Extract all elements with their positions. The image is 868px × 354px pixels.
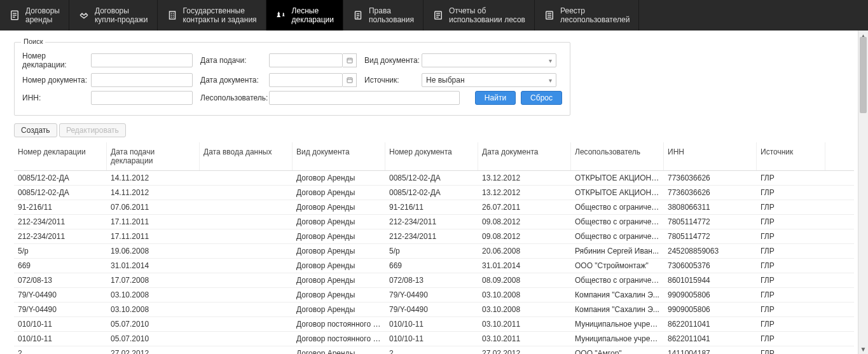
- cell: [200, 215, 293, 229]
- cell: 91-216/11: [14, 200, 107, 214]
- table-row[interactable]: 212-234/201117.11.2011Договор Аренды212-…: [14, 215, 854, 229]
- table-row[interactable]: 010/10-1105.07.2010Договор постоянного (…: [14, 317, 854, 332]
- cell: 8622011041: [664, 332, 757, 346]
- cell: 03.10.2008: [478, 303, 571, 317]
- cell: Договор Аренды: [293, 303, 385, 317]
- cell: Рябинин Сергей Иван...: [571, 244, 664, 258]
- cell: 03.10.2008: [478, 288, 571, 302]
- vertical-scrollbar[interactable]: ▲ ▼: [858, 31, 868, 354]
- forest-user-input[interactable]: [269, 91, 460, 105]
- nav-usage-reports[interactable]: Отчеты об использовании лесов: [424, 0, 535, 31]
- cell: 26.07.2011: [478, 200, 571, 214]
- cell: 05.07.2010: [107, 332, 200, 346]
- cell: Общество с ограничен...: [571, 273, 664, 287]
- scroll-thumb[interactable]: [860, 37, 867, 113]
- col-doc-type[interactable]: Вид документа: [293, 142, 385, 170]
- cell: Общество с ограничен...: [571, 215, 664, 229]
- col-inn[interactable]: ИНН: [664, 142, 757, 170]
- doc-date-input[interactable]: [269, 73, 343, 87]
- cell: ОТКРЫТОЕ АКЦИОНЕ...: [571, 171, 664, 185]
- grid-body: 0085/12-02-ДА14.11.2012Договор Аренды008…: [14, 171, 854, 354]
- table-row[interactable]: 227.02.2012Договор Аренды227.02.2012ООО …: [14, 346, 854, 354]
- cell: 17.07.2008: [107, 273, 200, 287]
- cell: 5/р: [14, 244, 107, 258]
- col-forest-user[interactable]: Лесопользователь: [571, 142, 664, 170]
- cell: Договор Аренды: [293, 346, 385, 354]
- col-submit-date[interactable]: Дата подачи декларации: [107, 142, 200, 170]
- doc-type-select[interactable]: ▾: [422, 53, 556, 67]
- col-entry-date[interactable]: Дата ввода данных: [200, 142, 293, 170]
- cell: [200, 346, 293, 354]
- cell: ГЛР: [757, 346, 825, 354]
- table-row[interactable]: 66931.01.2014Договор Аренды66931.01.2014…: [14, 259, 854, 273]
- col-decl-num[interactable]: Номер декларации: [14, 142, 107, 170]
- cell: ГЛР: [757, 215, 825, 229]
- cell: ГЛР: [757, 259, 825, 273]
- table-row[interactable]: 79/Y-0449003.10.2008Договор Аренды79/Y-0…: [14, 288, 854, 303]
- scroll-down-arrow[interactable]: ▼: [858, 344, 868, 354]
- cell: 669: [14, 259, 107, 273]
- table-row[interactable]: 0085/12-02-ДА14.11.2012Договор Аренды008…: [14, 171, 854, 186]
- col-doc-date[interactable]: Дата документа: [478, 142, 571, 170]
- table-row[interactable]: 91-216/1107.06.2011Договор Аренды91-216/…: [14, 200, 854, 215]
- find-button[interactable]: Найти: [475, 91, 516, 105]
- table-row[interactable]: 79/Y-0449003.10.2008Договор Аренды79/Y-0…: [14, 303, 854, 317]
- cell: 03.10.2008: [107, 303, 200, 317]
- cell: 212-234/2011: [14, 215, 107, 229]
- nav-usage-rights[interactable]: Права пользования: [343, 0, 424, 31]
- cell: 7736036626: [664, 186, 757, 200]
- table-row[interactable]: 072/08-1317.07.2008Договор Аренды072/08-…: [14, 273, 854, 288]
- cell: 212-234/2011: [14, 229, 107, 243]
- doc-num-input[interactable]: [91, 73, 193, 87]
- cell: 010/10-11: [385, 317, 478, 331]
- cell: 1411004187: [664, 346, 757, 354]
- cell: 010/10-11: [14, 317, 107, 331]
- nav-sale-contracts[interactable]: Договоры купли-продажи: [69, 0, 158, 31]
- cell: 072/08-13: [14, 273, 107, 287]
- nav-users-registry[interactable]: Реестр лесопользователей: [535, 0, 639, 31]
- document-icon: [9, 10, 20, 21]
- cell: [200, 273, 293, 287]
- calendar-icon: [346, 57, 354, 64]
- cell: 91-216/11: [385, 200, 478, 214]
- cell: 7736036626: [664, 171, 757, 185]
- cell: Договор Аренды: [293, 288, 385, 302]
- nav-gov-contracts[interactable]: Государственные контракты и задания: [158, 0, 266, 31]
- cell: 212-234/2011: [385, 229, 478, 243]
- nav-lease-contracts[interactable]: Договоры аренды: [0, 0, 69, 31]
- grid-header: Номер декларации Дата подачи декларации …: [14, 142, 854, 171]
- cell: [200, 259, 293, 273]
- source-select[interactable]: Не выбран ▾: [422, 73, 556, 87]
- cell: 245208859063: [664, 244, 757, 258]
- nav-forest-declarations[interactable]: Лесные декларации: [266, 0, 343, 31]
- inn-input[interactable]: [91, 91, 193, 105]
- report-icon: [432, 10, 444, 21]
- table-row[interactable]: 010/10-1105.07.2010Договор постоянного (…: [14, 332, 854, 346]
- create-button[interactable]: Создать: [14, 123, 57, 137]
- handshake-icon: [78, 10, 90, 21]
- edit-button[interactable]: Редактировать: [59, 123, 126, 137]
- decl-num-input[interactable]: [91, 53, 193, 67]
- submit-date-input[interactable]: [269, 53, 343, 67]
- cell: ГЛР: [757, 200, 825, 214]
- cell: 010/10-11: [385, 332, 478, 346]
- table-row[interactable]: 212-234/201117.11.2011Договор Аренды212-…: [14, 229, 854, 244]
- cell: [200, 244, 293, 258]
- cell: 669: [385, 259, 478, 273]
- col-source[interactable]: Источник: [757, 142, 825, 170]
- cell: ООО "Строймонтаж": [571, 259, 664, 273]
- reset-button[interactable]: Сброс: [521, 91, 562, 105]
- cell: 8601015944: [664, 273, 757, 287]
- submit-date-picker[interactable]: [343, 53, 357, 67]
- table-row[interactable]: 5/р19.06.2008Договор Аренды5/р20.06.2008…: [14, 244, 854, 259]
- table-row[interactable]: 0085/12-02-ДА14.11.2012Договор Аренды008…: [14, 186, 854, 200]
- cell: Договор постоянного (...: [293, 332, 385, 346]
- col-doc-num[interactable]: Номер документа: [385, 142, 478, 170]
- cell: 13.12.2012: [478, 171, 571, 185]
- doc-date-picker[interactable]: [343, 73, 357, 87]
- action-bar: Создать Редактировать: [14, 123, 854, 137]
- search-legend: Поиск: [21, 37, 45, 45]
- list-icon: [544, 10, 555, 21]
- cell: 0085/12-02-ДА: [385, 186, 478, 200]
- doc-type-label: Вид документа:: [364, 56, 422, 65]
